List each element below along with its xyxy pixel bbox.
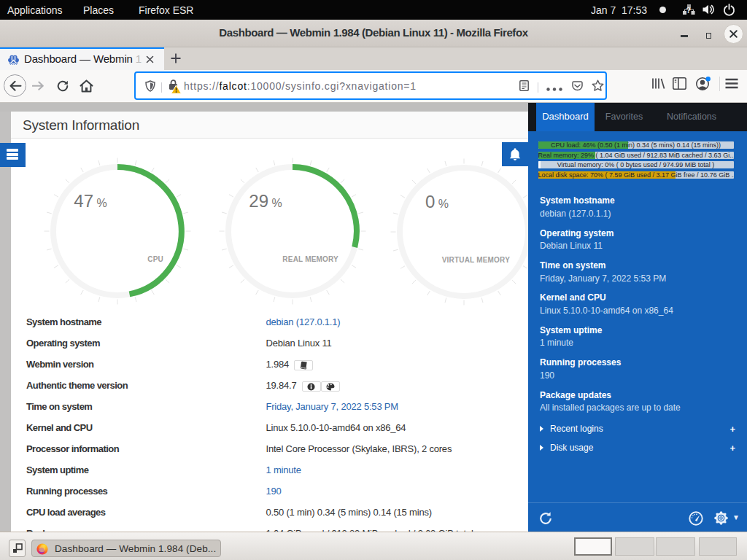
- svg-text:?: ?: [686, 6, 692, 15]
